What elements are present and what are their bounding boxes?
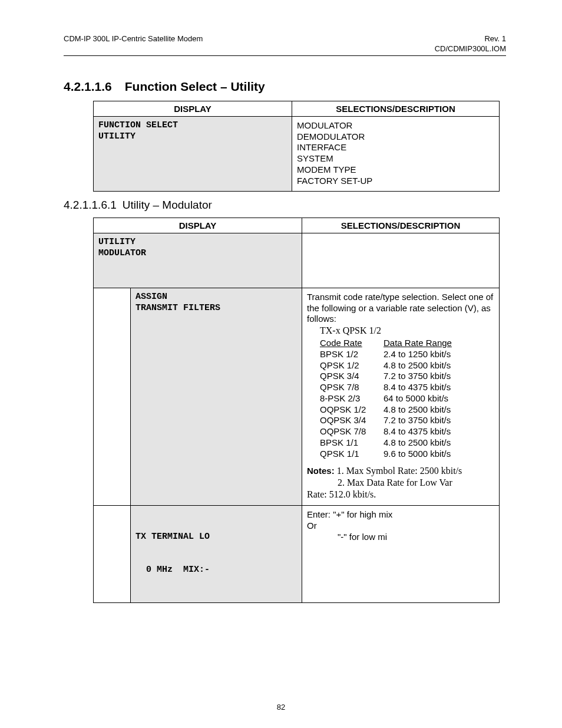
rate-table: Code Rate Data Rate Range BPSK 1/22.4 to… xyxy=(320,338,494,459)
rate-code: QPSK 3/4 xyxy=(320,371,384,382)
notes-label: Notes: xyxy=(307,466,335,476)
indent-cell xyxy=(94,506,131,603)
display-line: MODULATOR xyxy=(98,248,297,259)
col-header-selections: SELECTIONS/DESCRIPTION xyxy=(302,218,500,233)
rate-range: 4.8 to 2500 kbit/s xyxy=(384,404,451,416)
selection-item: FACTORY SET-UP xyxy=(297,176,494,187)
col-header-selections: SELECTIONS/DESCRIPTION xyxy=(292,101,500,116)
subsection-title: Utility – Modulator xyxy=(123,199,212,211)
rate-row: QPSK 7/88.4 to 4375 kbit/s xyxy=(320,382,494,393)
rate-row: BPSK 1/22.4 to 1250 kbit/s xyxy=(320,349,494,360)
function-select-table: DISPLAY SELECTIONS/DESCRIPTION FUNCTION … xyxy=(93,101,500,192)
subsection-heading-modulator: 4.2.1.1.6.1Utility – Modulator xyxy=(64,199,506,212)
rate-range: 8.4 to 4375 kbit/s xyxy=(384,426,451,437)
rate-row: OQPSK 3/47.2 to 3750 kbit/s xyxy=(320,415,494,426)
desc-line: "-" for low mi xyxy=(338,532,494,543)
display-line: TX TERMINAL LO xyxy=(135,532,297,543)
rate-row: OQPSK 7/88.4 to 4375 kbit/s xyxy=(320,426,494,437)
selection-item: INTERFACE xyxy=(297,142,494,153)
selection-item: MODULATOR xyxy=(297,120,494,131)
rate-code: QPSK 1/2 xyxy=(320,360,384,371)
selection-item: SYSTEM xyxy=(297,153,494,164)
display-cell-function-select: FUNCTION SELECT UTILITY xyxy=(94,116,292,192)
desc-intro: Transmit code rate/type selection. Selec… xyxy=(307,292,494,325)
rate-row: OQPSK 1/24.8 to 2500 kbit/s xyxy=(320,404,494,416)
note-2b: Rate: 512.0 kbit/s. xyxy=(307,489,494,500)
header-left: CDM-IP 300L IP-Centric Satellite Modem xyxy=(64,34,203,54)
display-line: ASSIGN xyxy=(135,292,297,303)
selection-item: DEMODULATOR xyxy=(297,131,494,143)
col-header-display: DISPLAY xyxy=(94,101,292,116)
rate-range: 7.2 to 3750 kbit/s xyxy=(384,371,451,382)
rate-code: OQPSK 1/2 xyxy=(320,404,384,416)
display-cell-assign-filters: ASSIGN TRANSMIT FILTERS xyxy=(131,288,302,506)
header-rev: Rev. 1 xyxy=(435,34,506,44)
rate-header-code: Code Rate xyxy=(320,338,384,349)
selection-item: MODEM TYPE xyxy=(297,164,494,176)
desc-line: Or xyxy=(307,521,494,532)
selections-cell-tx-terminal: Enter: "+" for high mix Or "-" for low m… xyxy=(302,506,500,603)
page-number: 82 xyxy=(0,703,562,711)
rate-code: BPSK 1/1 xyxy=(320,437,384,449)
rate-range: 7.2 to 3750 kbit/s xyxy=(384,415,451,426)
section-title: Function Select – Utility xyxy=(125,80,265,93)
rate-code: BPSK 1/2 xyxy=(320,349,384,360)
page-header: CDM-IP 300L IP-Centric Satellite Modem R… xyxy=(64,34,506,54)
display-line: 0 MHz MIX:- xyxy=(135,565,297,576)
rate-range: 9.6 to 5000 kbit/s xyxy=(384,449,451,460)
rate-header-range: Data Rate Range xyxy=(384,338,452,349)
note-2a: 2. Max Data Rate for Low Var xyxy=(338,477,494,489)
rate-code: OQPSK 3/4 xyxy=(320,415,384,426)
display-line: UTILITY xyxy=(98,131,287,143)
display-line: UTILITY xyxy=(98,237,297,248)
rate-row: QPSK 3/47.2 to 3750 kbit/s xyxy=(320,371,494,382)
display-cell-tx-terminal: TX TERMINAL LO 0 MHz MIX:- xyxy=(131,506,302,603)
header-rule xyxy=(64,55,506,56)
utility-modulator-table: DISPLAY SELECTIONS/DESCRIPTION UTILITY M… xyxy=(93,218,500,603)
section-number: 4.2.1.1.6 xyxy=(64,80,112,94)
display-cell-utility-modulator: UTILITY MODULATOR xyxy=(94,233,302,288)
rate-row: 8-PSK 2/364 to 5000 kbit/s xyxy=(320,393,494,404)
note-1: 1. Max Symbol Rate: 2500 kbit/s xyxy=(337,466,462,476)
desc-example: TX-x QPSK 1/2 xyxy=(320,325,494,337)
rate-code: 8-PSK 2/3 xyxy=(320,393,384,404)
selections-cell-empty xyxy=(302,233,500,288)
desc-line: Enter: "+" for high mix xyxy=(307,509,494,521)
rate-row: QPSK 1/24.8 to 2500 kbit/s xyxy=(320,360,494,371)
rate-code: QPSK 1/1 xyxy=(320,449,384,460)
display-line: FUNCTION SELECT xyxy=(98,120,287,131)
selections-cell-assign-filters: Transmit code rate/type selection. Selec… xyxy=(302,288,500,506)
rate-row: QPSK 1/19.6 to 5000 kbit/s xyxy=(320,449,494,460)
rate-code: QPSK 7/8 xyxy=(320,382,384,393)
notes-block: Notes: 1. Max Symbol Rate: 2500 kbit/s 2… xyxy=(307,465,494,500)
indent-cell xyxy=(94,288,131,506)
subsection-number: 4.2.1.1.6.1 xyxy=(64,199,117,212)
col-header-display: DISPLAY xyxy=(94,218,302,233)
rate-range: 4.8 to 2500 kbit/s xyxy=(384,437,451,449)
rate-range: 64 to 5000 kbit/s xyxy=(384,393,448,404)
rate-code: OQPSK 7/8 xyxy=(320,426,384,437)
selections-cell: MODULATOR DEMODULATOR INTERFACE SYSTEM M… xyxy=(292,116,500,192)
rate-range: 8.4 to 4375 kbit/s xyxy=(384,382,451,393)
rate-range: 2.4 to 1250 kbit/s xyxy=(384,349,451,360)
display-line: TRANSMIT FILTERS xyxy=(135,303,297,314)
rate-range: 4.8 to 2500 kbit/s xyxy=(384,360,451,371)
header-doc-id: CD/CDMIP300L.IOM xyxy=(435,44,506,54)
section-heading-utility: 4.2.1.1.6Function Select – Utility xyxy=(64,80,506,94)
rate-row: BPSK 1/14.8 to 2500 kbit/s xyxy=(320,437,494,449)
